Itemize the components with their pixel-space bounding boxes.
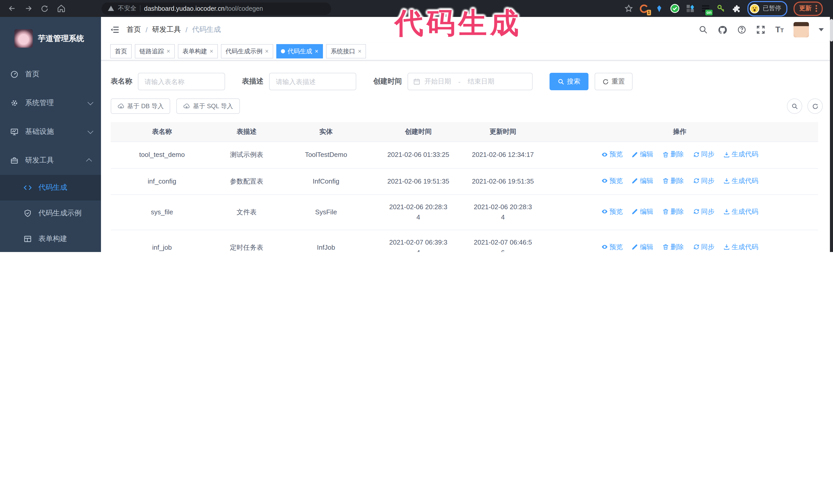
sync-icon [693,177,699,184]
generate-code-link[interactable]: 生成代码 [723,175,758,186]
delete-link[interactable]: 删除 [662,175,684,186]
cell-actions: 预览 编辑 删除 同步 [541,168,818,195]
tab-codegen[interactable]: 代码生成× [276,44,323,58]
sidebar-item-devtools[interactable]: 研发工具 [0,146,101,175]
table-name-input[interactable] [138,73,225,90]
preview-link[interactable]: 预览 [601,175,623,186]
security-label: 不安全 [118,4,136,13]
sync-link[interactable]: 同步 [693,175,714,186]
sync-link[interactable]: 同步 [693,207,714,217]
hamburger-button[interactable] [110,25,119,34]
reset-button[interactable]: 重置 [595,73,633,90]
forward-icon [24,4,32,13]
table-desc-input[interactable] [269,73,356,90]
extension-colorzilla[interactable]: 1 [639,3,649,14]
table-row: inf_job 定时任务表 InfJob 2021-02-07 06:39:3 … [111,230,818,252]
tab-api[interactable]: 系统接口× [326,44,366,58]
toggle-search-button[interactable] [787,98,802,114]
home-button[interactable] [54,2,68,15]
reload-button[interactable] [38,2,51,15]
sidebar-item-form-builder[interactable]: 表单构建 [0,226,101,252]
sidebar-item-home[interactable]: 首页 [0,60,101,89]
tab-tracing[interactable]: 链路追踪× [135,44,175,58]
key-icon [716,4,725,13]
browser-menu-icon[interactable] [815,5,817,12]
browser-update-chip[interactable]: 更新 [793,1,823,16]
tab-codegen-example[interactable]: 代码生成示例× [221,44,273,58]
header-search-button[interactable] [699,25,708,34]
preview-link[interactable]: 预览 [601,149,623,160]
close-icon[interactable]: × [315,48,318,54]
delete-link[interactable]: 删除 [662,207,684,217]
extension-grid[interactable] [685,3,695,14]
fullscreen-button[interactable] [756,25,766,34]
cell-created: 2021-02-07 06:39:3 4 [372,230,465,252]
breadcrumb-devtools[interactable]: 研发工具 [152,25,181,34]
breadcrumb-home[interactable]: 首页 [127,25,141,34]
bookmark-star-button[interactable] [623,3,634,14]
sidebar-item-infra[interactable]: 基础设施 [0,117,101,146]
generate-code-link[interactable]: 生成代码 [723,149,758,160]
generate-code-link[interactable]: 生成代码 [723,207,758,217]
close-icon[interactable]: × [167,48,170,54]
scrollbar-thumb[interactable] [830,19,833,42]
sidebar-item-system[interactable]: 系统管理 [0,89,101,117]
close-icon[interactable]: × [358,48,361,54]
browser-profile-chip[interactable]: 已暂停 [747,1,787,16]
delete-link[interactable]: 删除 [662,149,684,160]
back-button[interactable] [5,2,19,15]
edit-link[interactable]: 编辑 [632,242,653,252]
chevron-down-icon [88,128,94,134]
cell-updated: 2021-02-07 06:46:5 6 [465,230,541,252]
eye-icon [601,244,608,250]
address-bar[interactable]: 不安全 dashboard.yudao.iocoder.cn/tool/code… [101,2,331,15]
cell-created: 2021-02-06 19:51:35 [372,168,465,195]
edit-link[interactable]: 编辑 [632,149,653,160]
search-button[interactable]: 搜索 [549,73,589,90]
import-sql-button[interactable]: 基于 SQL 导入 [176,98,240,114]
edit-icon [632,151,639,158]
user-avatar[interactable] [793,22,809,38]
sidebar: 芋道管理系统 首页 系统管理 基础设施 [0,17,101,252]
tab-home[interactable]: 首页 [110,44,132,58]
sidebar-item-codegen[interactable]: 代码生成 [0,175,101,200]
preview-link[interactable]: 预览 [601,242,623,252]
extension-key[interactable] [716,3,726,14]
edit-link[interactable]: 编辑 [632,207,653,217]
edit-icon [632,177,639,184]
help-button[interactable] [737,25,747,34]
sidebar-item-codegen-example[interactable]: 代码生成示例 [0,200,101,226]
cell-entity: InfConfig [280,168,372,195]
github-link[interactable] [718,25,728,34]
import-db-button[interactable]: 基于 DB 导入 [111,98,170,114]
omnibox-divider [140,5,140,12]
form-icon [24,235,32,243]
hamburger-icon [110,25,119,34]
preview-link[interactable]: 预览 [601,207,623,217]
extension-checker[interactable] [669,3,680,14]
sync-link[interactable]: 同步 [693,242,714,252]
close-icon[interactable]: × [210,48,213,54]
extension-switch[interactable]: on [700,3,711,14]
chevron-down-icon[interactable] [819,28,824,34]
sync-icon [693,209,699,215]
forward-button[interactable] [22,2,35,15]
page-content: 表名称 表描述 创建时间 开始日期 - 结束日期 [101,61,833,252]
extension-gem[interactable] [654,3,664,14]
upload-cloud-icon [183,102,190,110]
date-range-picker[interactable]: 开始日期 - 结束日期 [407,73,532,90]
col-table-desc: 表描述 [213,122,280,142]
extensions-puzzle-button[interactable] [731,3,741,14]
table-row: inf_config 参数配置表 InfConfig 2021-02-06 19… [111,168,818,195]
font-size-button[interactable]: TT [775,26,784,34]
generate-code-link[interactable]: 生成代码 [723,242,758,252]
profile-avatar-icon [749,3,760,14]
close-icon[interactable]: × [265,48,269,54]
sync-link[interactable]: 同步 [693,149,714,160]
edit-link[interactable]: 编辑 [632,175,653,186]
tab-form-builder[interactable]: 表单构建× [178,44,218,58]
scrollbar[interactable] [830,17,833,252]
delete-link[interactable]: 删除 [662,242,684,252]
sidebar-item-api[interactable]: 系统接口 [0,252,101,252]
refresh-table-button[interactable] [807,98,823,114]
